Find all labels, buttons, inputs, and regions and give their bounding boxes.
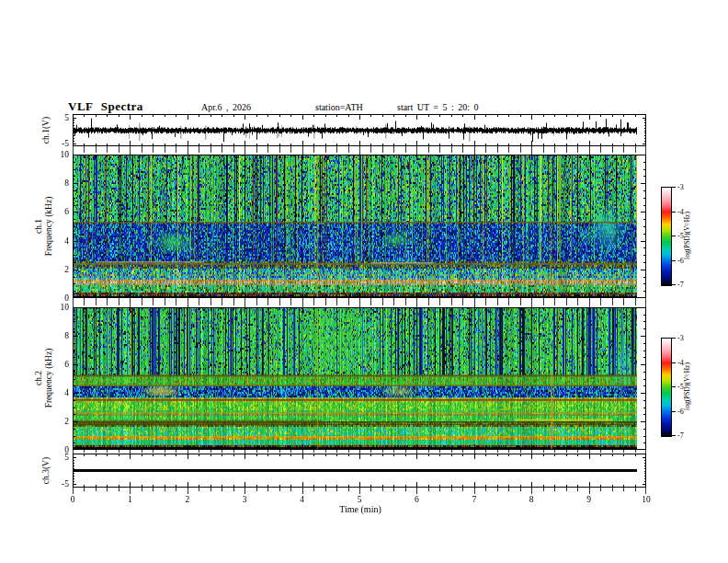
ch2-label: ch.2 — [34, 306, 44, 450]
volt-tick-label: 5 — [49, 453, 69, 462]
time-tick-label: 6 — [405, 495, 427, 504]
colorbar-ch2 — [661, 338, 672, 437]
ch1-freq-label: Frequency (kHz) — [44, 155, 54, 298]
time-axis-title: Time (min) — [326, 505, 394, 514]
ch2-freq-axis-label: ch.2 Frequency (kHz) — [34, 306, 54, 450]
time-tick-label: 0 — [62, 495, 84, 504]
time-tick-label: 1 — [119, 495, 141, 504]
ch2-freq-label: Frequency (kHz) — [44, 306, 54, 450]
freq-tick-label: 2 — [49, 265, 69, 274]
freq-tick-label: 10 — [49, 150, 69, 159]
freq-tick-label: 10 — [49, 303, 69, 312]
colorbar-tick-label: -4 — [677, 359, 684, 367]
colorbar-tick-mark — [672, 338, 676, 339]
colorbar-tick-mark — [672, 260, 676, 261]
ch1-spectrogram-canvas — [73, 155, 646, 298]
colorbar-tick-mark — [672, 435, 676, 436]
header-start-ut: start UT = 5 : 20: 0 — [397, 102, 479, 112]
colorbar-ch1 — [661, 187, 672, 286]
time-tick-label: 10 — [635, 495, 657, 504]
gap-ticks-2 — [73, 298, 646, 307]
time-tick-label: 5 — [348, 495, 370, 504]
colorbar-tick-label: -7 — [677, 281, 684, 289]
ch1-label: ch.1 — [34, 155, 44, 298]
colorbar-tick-label: -6 — [677, 257, 684, 265]
colorbar-ch2-label: log(PSD)(V²/Hz) — [683, 345, 692, 428]
vlf-spectra-figure: VLF Spectra Apr.6 , 2026 station=ATH sta… — [0, 0, 728, 563]
colorbar-tick-mark — [672, 386, 676, 387]
ch2-spectrogram-canvas — [73, 307, 646, 450]
gap-ticks-1 — [73, 146, 646, 155]
colorbar-tick-mark — [672, 411, 676, 412]
colorbar-tick-mark — [672, 212, 676, 213]
colorbar-tick-label: -5 — [677, 383, 684, 391]
time-tick-label: 2 — [176, 495, 199, 504]
freq-tick-label: 8 — [49, 331, 69, 340]
page-title: VLF Spectra — [68, 99, 143, 114]
time-tick-label: 8 — [520, 495, 542, 504]
colorbar-tick-label: -3 — [677, 183, 684, 191]
volt-tick-label: 5 — [49, 113, 69, 122]
colorbar-tick-mark — [672, 187, 676, 188]
time-tick-label: 3 — [233, 495, 256, 504]
volt-tick-label: -5 — [49, 479, 69, 488]
colorbar-ch1-label: log(PSD)(V²/Hz) — [683, 194, 692, 277]
ch1-waveform-canvas — [73, 114, 646, 146]
colorbar-tick-label: -3 — [677, 334, 684, 342]
time-tick-label: 9 — [578, 495, 600, 504]
freq-tick-label: 6 — [49, 207, 69, 216]
colorbar-tick-mark — [672, 236, 676, 236]
freq-tick-label: 2 — [49, 417, 69, 426]
ch1-freq-axis-label: ch.1 Frequency (kHz) — [34, 155, 54, 298]
freq-tick-label: 6 — [49, 360, 69, 369]
colorbar-tick-label: -7 — [677, 431, 684, 440]
gap-ticks-3 — [73, 450, 646, 454]
freq-tick-label: 4 — [49, 236, 69, 246]
colorbar-tick-label: -5 — [677, 232, 684, 240]
freq-tick-label: 8 — [49, 178, 69, 188]
colorbar-tick-mark — [672, 284, 676, 285]
colorbar-tick-label: -6 — [677, 408, 684, 416]
header-station: station=ATH — [315, 102, 363, 112]
colorbar-tick-mark — [672, 362, 676, 363]
time-tick-label: 4 — [291, 495, 313, 504]
freq-tick-label: 4 — [49, 388, 69, 397]
colorbar-tick-label: -4 — [677, 208, 684, 216]
freq-tick-label: 0 — [49, 293, 69, 303]
time-tick-label: 7 — [463, 495, 485, 504]
volt-tick-label: -5 — [49, 139, 69, 148]
header-date: Apr.6 , 2026 — [201, 102, 251, 112]
ch3-waveform-canvas — [73, 454, 646, 488]
